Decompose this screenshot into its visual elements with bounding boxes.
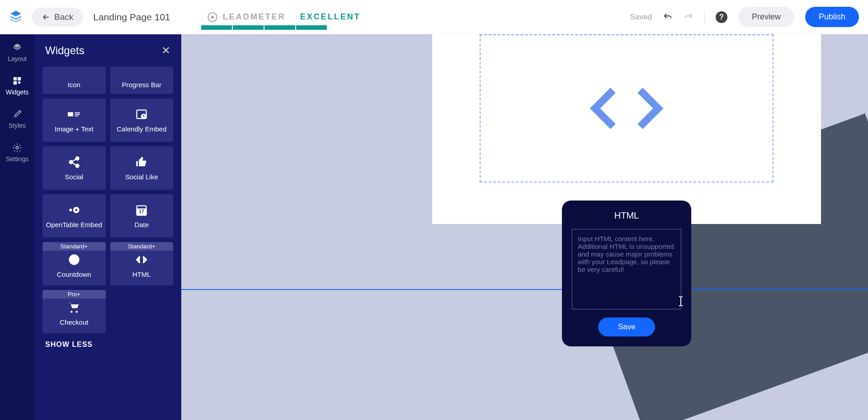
publish-button[interactable]: Publish: [805, 7, 859, 27]
help-icon[interactable]: ?: [716, 11, 727, 23]
code-icon: [586, 81, 667, 135]
html-widget-dropzone[interactable]: [480, 34, 774, 182]
clock-icon: [68, 253, 80, 266]
widget-opentable[interactable]: OpenTable Embed: [42, 194, 106, 238]
svg-rect-6: [68, 112, 73, 116]
page-title: Landing Page 101: [93, 12, 170, 23]
svg-point-1: [211, 15, 214, 19]
widget-social[interactable]: Social: [42, 146, 106, 190]
html-popup: HTML Save: [562, 201, 691, 346]
close-icon[interactable]: ✕: [161, 44, 170, 57]
widgets-icon: [12, 76, 22, 86]
widget-date[interactable]: 17 Date: [110, 194, 174, 238]
redo-icon[interactable]: [684, 12, 693, 22]
gear-icon: [12, 143, 22, 153]
popup-title: HTML: [614, 210, 639, 221]
widget-html[interactable]: Standard+ HTML: [110, 242, 174, 285]
leadmeter-icon: [207, 11, 218, 23]
back-button[interactable]: Back: [32, 8, 83, 27]
cart-icon: [68, 301, 80, 314]
standard-badge: Standard+: [110, 242, 174, 251]
svg-text:17: 17: [139, 209, 144, 214]
saved-status: Saved: [630, 13, 652, 22]
code-icon: [135, 253, 148, 266]
undo-icon[interactable]: [663, 12, 673, 22]
share-icon: [68, 156, 80, 168]
svg-point-10: [69, 160, 72, 163]
pro-badge: Pro+: [42, 290, 106, 299]
widget-social-like[interactable]: Social Like: [110, 146, 174, 190]
svg-rect-2: [14, 77, 17, 80]
widget-icon[interactable]: Icon: [42, 67, 106, 94]
rail-layout[interactable]: Layout: [8, 42, 27, 62]
brush-icon: [12, 109, 22, 119]
html-input[interactable]: [572, 229, 681, 309]
preview-button[interactable]: Preview: [738, 7, 794, 27]
svg-rect-3: [18, 77, 21, 80]
rail-widgets[interactable]: Widgets: [6, 76, 29, 96]
svg-point-12: [69, 208, 72, 211]
app-logo[interactable]: [9, 9, 23, 25]
calendly-icon: [135, 108, 148, 121]
rail-settings[interactable]: Settings: [6, 143, 29, 163]
canvas[interactable]: HTML Save: [181, 34, 868, 420]
opentable-icon: [68, 204, 80, 216]
leadmeter-label: LEADMETER: [223, 12, 286, 22]
widget-checkout[interactable]: Pro+ Checkout: [42, 290, 106, 333]
show-less-button[interactable]: SHOW LESS: [34, 333, 181, 356]
widget-image-text[interactable]: Image + Text: [42, 98, 106, 142]
widget-calendly[interactable]: Calendly Embed: [110, 98, 174, 142]
layers-icon: [12, 42, 22, 52]
widget-progress-bar[interactable]: Progress Bar: [110, 67, 174, 94]
calendar-icon: 17: [135, 204, 148, 216]
svg-point-5: [16, 146, 19, 149]
image-text-icon: [68, 108, 80, 121]
leadmeter-rating: EXCELLENT: [300, 12, 361, 22]
svg-rect-4: [14, 81, 17, 84]
back-label: Back: [54, 12, 73, 22]
svg-point-14: [75, 209, 77, 211]
thumbs-up-icon: [135, 156, 148, 168]
rail-styles[interactable]: Styles: [9, 109, 26, 129]
save-button[interactable]: Save: [598, 317, 656, 336]
arrow-left-icon: [42, 13, 51, 22]
svg-point-11: [75, 164, 79, 167]
svg-point-9: [75, 157, 79, 160]
widget-countdown[interactable]: Standard+ Countdown: [42, 242, 106, 285]
leadmeter-bar: [201, 25, 327, 30]
selection-outline: [181, 289, 868, 291]
standard-badge: Standard+: [42, 242, 106, 251]
panel-title: Widgets: [45, 44, 85, 57]
